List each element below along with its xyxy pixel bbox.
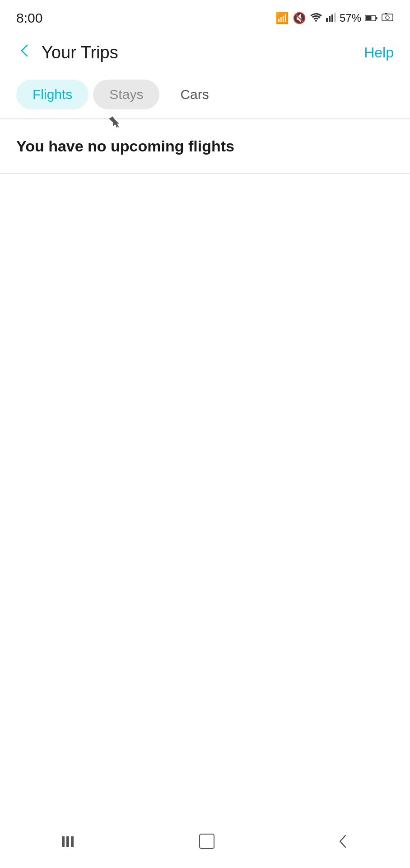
nav-back-button[interactable]	[335, 833, 350, 854]
svg-rect-11	[66, 836, 69, 847]
svg-point-8	[386, 16, 389, 19]
bluetooth-icon: 📶	[275, 12, 289, 24]
tab-stays[interactable]: Stays	[93, 80, 159, 109]
svg-rect-6	[366, 16, 372, 20]
svg-rect-5	[376, 17, 377, 19]
wifi-icon	[310, 12, 322, 24]
empty-state-message: You have no upcoming flights	[0, 119, 410, 173]
nav-menu-button[interactable]	[60, 834, 78, 853]
svg-rect-13	[200, 834, 214, 849]
page-title: Your Trips	[42, 43, 118, 62]
svg-rect-2	[331, 14, 333, 22]
nav-home-button[interactable]	[198, 833, 215, 854]
tab-flights[interactable]: Flights	[16, 80, 89, 109]
battery-percentage: 57%	[340, 12, 361, 24]
content-divider	[0, 173, 410, 174]
mute-icon: 🔇	[293, 12, 306, 24]
svg-rect-1	[329, 16, 331, 22]
tab-cars[interactable]: Cars	[164, 80, 225, 109]
tabs-container: Flights Stays Cars	[0, 72, 410, 109]
battery-icon	[365, 12, 377, 24]
header: Your Trips Help	[0, 33, 410, 72]
status-icons: 📶 🔇 57%	[275, 12, 394, 24]
svg-rect-0	[326, 18, 328, 22]
status-bar: 8:00 📶 🔇 57%	[0, 0, 410, 33]
svg-rect-9	[385, 13, 387, 14]
svg-rect-12	[71, 836, 74, 847]
status-time: 8:00	[16, 10, 42, 26]
camera-icon	[381, 12, 394, 24]
help-link[interactable]: Help	[364, 44, 394, 61]
header-left: Your Trips	[16, 42, 118, 63]
svg-rect-10	[62, 836, 65, 847]
back-button[interactable]	[16, 42, 33, 63]
svg-rect-3	[334, 13, 336, 22]
nav-bar	[0, 823, 410, 868]
signal-icon	[326, 12, 336, 24]
